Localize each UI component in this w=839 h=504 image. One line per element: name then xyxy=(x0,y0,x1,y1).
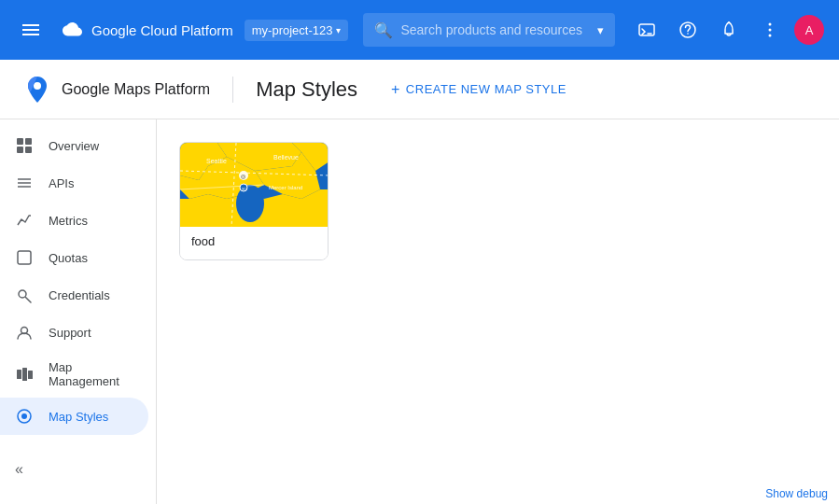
sidebar-item-quotas-label: Quotas xyxy=(49,251,88,265)
cloud-shell-button[interactable] xyxy=(630,13,664,47)
gcp-title: Google Cloud Platform xyxy=(91,22,233,38)
sidebar-item-map-management[interactable]: Map Management xyxy=(0,351,148,398)
avatar[interactable]: A xyxy=(794,15,824,45)
svg-point-2 xyxy=(687,33,689,35)
sidebar-item-support[interactable]: Support xyxy=(0,314,148,351)
sidebar-collapse-button[interactable]: « xyxy=(0,454,156,485)
top-bar-right: A xyxy=(630,13,824,47)
collapse-icon: « xyxy=(15,461,23,477)
svg-text:Bellevue: Bellevue xyxy=(273,154,299,161)
svg-rect-9 xyxy=(25,138,32,145)
menu-icon[interactable] xyxy=(15,14,47,46)
page-title: Map Styles xyxy=(256,77,357,102)
project-selector[interactable]: my-project-123 ▾ xyxy=(245,20,349,41)
sidebar-item-support-label: Support xyxy=(49,326,91,340)
svg-rect-18 xyxy=(17,370,21,379)
project-name: my-project-123 xyxy=(252,23,333,37)
svg-point-5 xyxy=(769,29,772,32)
terminal-icon xyxy=(637,21,656,39)
svg-point-6 xyxy=(769,35,772,37)
sidebar-item-metrics[interactable]: Metrics xyxy=(0,202,148,239)
bell-icon xyxy=(720,21,738,39)
sidebar-item-apis-label: APIs xyxy=(49,176,74,190)
svg-point-22 xyxy=(21,413,27,419)
top-bar-left: Google Cloud Platform my-project-123 ▾ xyxy=(15,14,348,46)
sidebar-item-map-management-label: Map Management xyxy=(49,360,133,388)
help-icon xyxy=(678,21,697,39)
sidebar-item-quotas[interactable]: Quotas xyxy=(0,239,148,276)
map-management-icon xyxy=(15,365,34,384)
svg-rect-19 xyxy=(22,368,27,381)
search-expand-icon: ▾ xyxy=(597,23,604,37)
map-thumbnail: Seattle Bellevue Mercer Island ◎ 90 xyxy=(180,143,329,227)
sidebar-item-apis[interactable]: APIs xyxy=(0,164,148,202)
svg-text:◎: ◎ xyxy=(241,174,245,179)
more-options-button[interactable] xyxy=(753,13,787,47)
svg-rect-10 xyxy=(17,147,23,153)
sidebar-item-overview[interactable]: Overview xyxy=(0,127,148,164)
map-thumbnail-svg: Seattle Bellevue Mercer Island ◎ 90 xyxy=(180,143,329,227)
svg-rect-15 xyxy=(18,251,31,264)
debug-label: Show debug xyxy=(765,487,828,500)
sidebar-item-map-styles[interactable]: Map Styles xyxy=(0,398,148,435)
search-bar[interactable]: 🔍 ▾ xyxy=(363,13,615,47)
gcp-logo: Google Cloud Platform xyxy=(58,17,233,43)
sidebar-item-credentials-label: Credentials xyxy=(49,288,110,302)
sidebar: Overview APIs Metrics Quotas Credentials xyxy=(0,119,157,504)
apis-icon xyxy=(15,174,34,192)
svg-text:90: 90 xyxy=(242,187,246,191)
svg-text:Seattle: Seattle xyxy=(206,158,227,164)
search-input[interactable] xyxy=(400,22,590,37)
add-icon: + xyxy=(391,81,400,98)
metrics-icon xyxy=(15,211,34,230)
svg-point-16 xyxy=(19,290,26,298)
divider xyxy=(232,77,233,103)
brand-logo: Google Maps Platform xyxy=(22,75,210,105)
credentials-icon xyxy=(15,286,34,304)
support-icon xyxy=(15,323,34,342)
search-icon: 🔍 xyxy=(374,21,393,39)
top-navigation-bar: Google Cloud Platform my-project-123 ▾ 🔍… xyxy=(0,0,839,60)
sidebar-item-credentials[interactable]: Credentials xyxy=(0,276,148,314)
notifications-button[interactable] xyxy=(712,13,746,47)
chevron-down-icon: ▾ xyxy=(336,25,341,35)
svg-rect-8 xyxy=(17,138,23,145)
sidebar-item-map-styles-label: Map Styles xyxy=(49,410,108,424)
svg-point-4 xyxy=(769,23,772,26)
svg-rect-11 xyxy=(25,147,32,153)
svg-point-31 xyxy=(236,185,264,222)
show-debug-bar[interactable]: Show debug xyxy=(754,483,839,504)
cloud-icon xyxy=(58,17,84,43)
sidebar-item-metrics-label: Metrics xyxy=(49,214,88,228)
map-styles-icon xyxy=(15,407,34,426)
main-layout: Overview APIs Metrics Quotas Credentials xyxy=(0,119,839,504)
more-vert-icon xyxy=(761,21,779,39)
maps-logo-icon xyxy=(22,75,52,105)
content-area: Seattle Bellevue Mercer Island ◎ 90 food xyxy=(157,119,839,504)
create-btn-label: CREATE NEW MAP STYLE xyxy=(406,82,566,96)
map-style-card-food[interactable]: Seattle Bellevue Mercer Island ◎ 90 food xyxy=(179,142,329,260)
map-style-label: food xyxy=(180,227,328,259)
svg-point-7 xyxy=(34,82,41,90)
sub-header: Google Maps Platform Map Styles + CREATE… xyxy=(0,60,839,119)
sidebar-item-overview-label: Overview xyxy=(49,139,99,153)
quotas-icon xyxy=(15,248,34,267)
svg-rect-20 xyxy=(28,371,33,379)
help-button[interactable] xyxy=(671,13,705,47)
create-new-map-style-button[interactable]: + CREATE NEW MAP STYLE xyxy=(380,76,578,104)
svg-text:Mercer Island: Mercer Island xyxy=(269,185,302,190)
brand-title: Google Maps Platform xyxy=(62,81,210,98)
overview-icon xyxy=(15,136,34,155)
